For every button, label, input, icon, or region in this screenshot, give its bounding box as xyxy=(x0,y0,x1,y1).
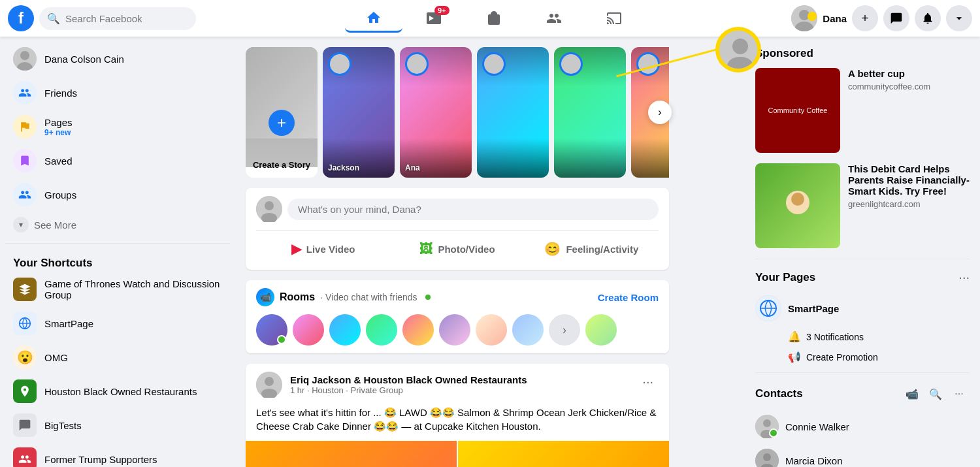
story-avatar-3 xyxy=(482,52,506,76)
pages-icon xyxy=(13,115,37,138)
shortcut-got-icon xyxy=(13,278,37,301)
nav-tab-video[interactable]: 9+ xyxy=(405,5,463,33)
shortcut-omg[interactable]: 😮 OMG xyxy=(5,340,230,374)
live-video-button[interactable]: ▶ Live Video xyxy=(256,236,390,262)
ad-card-2[interactable]: This Debit Card Helps Parents Raise Fina… xyxy=(755,163,970,248)
svg-point-4 xyxy=(20,51,29,60)
shortcut-got-label: Game of Thrones Watch and Discussion Gro… xyxy=(44,278,222,300)
sidebar-item-friends[interactable]: Friends xyxy=(5,76,230,110)
sidebar-item-saved[interactable]: Saved xyxy=(5,144,230,178)
story-card-1[interactable]: Jackson xyxy=(323,47,395,178)
sidebar-item-pages[interactable]: Pages 9+ new xyxy=(5,110,230,144)
highlight-dot xyxy=(808,12,817,21)
menu-button[interactable] xyxy=(946,5,972,31)
shortcut-bigtests[interactable]: BigTests xyxy=(5,408,230,442)
notifications-icon: 🔔 xyxy=(788,330,801,343)
nav-tab-home[interactable] xyxy=(345,5,402,33)
stories-wrapper: + Create a Story Jackson Ana xyxy=(246,47,669,178)
contacts-title: Contacts xyxy=(755,387,803,400)
ad-card-1[interactable]: Community Coffee A better cup communityc… xyxy=(755,68,970,153)
left-sidebar: Dana Colson Cain Friends Pages 9+ new Sa… xyxy=(0,37,235,467)
feeling-activity-button[interactable]: 😊 Feeling/Activity xyxy=(525,236,659,262)
shortcut-smartpage[interactable]: SmartPage xyxy=(5,306,230,340)
search-box[interactable]: 🔍 xyxy=(39,7,196,30)
stories-next-button[interactable]: › xyxy=(648,101,672,124)
shortcut-trump[interactable]: Former Trump Supporters xyxy=(5,442,230,467)
rooms-subtitle: · Video chat with friends xyxy=(320,292,417,302)
post-input[interactable] xyxy=(287,199,659,220)
promotion-icon: 📢 xyxy=(788,351,801,363)
create-promotion-row[interactable]: 📢 Create Promotion xyxy=(755,347,970,367)
shortcut-bigtests-icon xyxy=(13,413,37,437)
post-user-avatar[interactable] xyxy=(256,372,282,398)
shortcut-houston[interactable]: Houston Black Owned Restaurants xyxy=(5,374,230,408)
contact-name-2: Marcia Dixon xyxy=(785,455,843,466)
room-avatar-6[interactable] xyxy=(439,314,470,346)
sidebar-item-groups[interactable]: Groups xyxy=(5,178,230,212)
messenger-button[interactable] xyxy=(883,5,909,31)
post-user-name[interactable]: Eriq Jackson & Houston Black Owned Resta… xyxy=(290,374,527,385)
search-input[interactable] xyxy=(65,13,188,24)
post-image-2[interactable] xyxy=(458,441,669,467)
shortcut-omg-icon: 😮 xyxy=(13,346,37,369)
nav-tab-marketplace[interactable] xyxy=(465,5,523,33)
groups-icon xyxy=(13,183,37,206)
sidebar-pages-badge: 9+ new xyxy=(44,128,73,137)
post-image-1[interactable] xyxy=(246,441,457,467)
nav-tabs: 9+ xyxy=(201,5,786,33)
room-avatar-8[interactable] xyxy=(512,314,544,346)
story-gradient-3 xyxy=(477,138,549,178)
create-button[interactable]: + xyxy=(852,5,878,31)
facebook-logo[interactable]: f xyxy=(8,5,34,31)
story-card-4[interactable] xyxy=(554,47,626,178)
friends-icon xyxy=(13,81,37,105)
page-name-smartpage: SmartPage xyxy=(788,303,839,314)
contact-item-1[interactable]: Connie Walker xyxy=(755,410,970,443)
rooms-title-area: 📹 Rooms · Video chat with friends xyxy=(256,288,431,306)
contact-avatar-1 xyxy=(755,415,779,438)
story-card-3[interactable] xyxy=(477,47,549,178)
room-avatar-3[interactable] xyxy=(329,314,361,346)
see-more-label: See More xyxy=(34,219,76,231)
nav-tab-groups[interactable] xyxy=(525,5,583,33)
contacts-more-button[interactable]: ··· xyxy=(949,383,970,404)
room-avatar-4[interactable] xyxy=(366,314,397,346)
rooms-more-button[interactable]: › xyxy=(549,314,580,346)
room-avatar-5[interactable] xyxy=(402,314,434,346)
your-pages-more[interactable]: ··· xyxy=(958,270,970,285)
photo-video-button[interactable]: 🖼 Photo/Video xyxy=(390,236,524,262)
contact-item-2[interactable]: Marcia Dixon xyxy=(755,443,970,467)
shortcut-got[interactable]: Game of Thrones Watch and Discussion Gro… xyxy=(5,272,230,306)
page-notifications-row[interactable]: 🔔 3 Notifications xyxy=(755,327,970,347)
post-text: Let's see what it's hittin for ... 😂 LAW… xyxy=(246,406,669,441)
room-avatar-1[interactable] xyxy=(256,314,287,346)
post-user-info: Eriq Jackson & Houston Black Owned Resta… xyxy=(256,372,527,398)
your-pages-title: Your Pages xyxy=(755,271,815,284)
sidebar-divider-3 xyxy=(755,372,970,373)
post-menu-button[interactable]: ··· xyxy=(637,372,659,392)
create-story-plus-icon[interactable]: + xyxy=(269,110,295,136)
story-card-2[interactable]: Ana xyxy=(400,47,472,178)
sidebar-user-profile[interactable]: Dana Colson Cain xyxy=(5,42,230,76)
shortcut-trump-icon xyxy=(13,447,37,467)
story-gradient-5 xyxy=(631,138,669,178)
notifications-button[interactable] xyxy=(915,5,941,31)
room-avatar-7[interactable] xyxy=(476,314,507,346)
room-avatar-last[interactable] xyxy=(585,314,617,346)
see-more-button[interactable]: ▾ See More xyxy=(5,212,230,238)
nav-tab-stories[interactable] xyxy=(585,5,643,33)
svg-point-14 xyxy=(791,193,804,206)
your-pages-item-smartpage[interactable]: SmartPage xyxy=(755,290,970,327)
create-story-card[interactable]: + Create a Story xyxy=(246,47,318,178)
post-meta: 1 hr · Houston · Private Group xyxy=(290,385,527,395)
new-video-call-button[interactable]: 📹 xyxy=(902,383,923,404)
search-contacts-button[interactable]: 🔍 xyxy=(925,383,946,404)
create-room-button[interactable]: Create Room xyxy=(598,292,659,303)
user-avatar-sidebar xyxy=(13,47,37,71)
story-gradient-4 xyxy=(554,138,626,178)
room-avatar-2[interactable] xyxy=(293,314,324,346)
ad-content-2: This Debit Card Helps Parents Raise Fina… xyxy=(848,163,970,248)
ad-name-2: This Debit Card Helps Parents Raise Fina… xyxy=(848,163,970,197)
svg-point-11 xyxy=(265,377,274,386)
contacts-header: Contacts 📹 🔍 ··· xyxy=(755,383,970,404)
